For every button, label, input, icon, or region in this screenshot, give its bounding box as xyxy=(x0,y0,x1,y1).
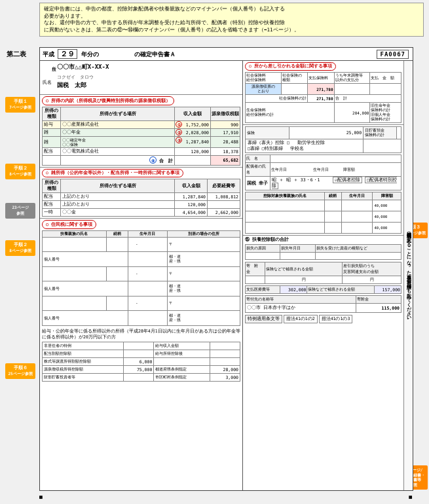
sidebar-page23: 23ページ参照 xyxy=(5,203,35,219)
sidebar-tejun2b: 手順２8ページ参照 xyxy=(5,240,35,256)
hoken-amount: 271,780 xyxy=(308,84,334,95)
cell-type: 雑 xyxy=(43,129,61,137)
resident-row: - 〒 xyxy=(43,267,240,281)
notice-line1: 確定申告書には、申告の都度、控除対象配偶者や扶養親族などのマイナンバー（個人番号… xyxy=(44,6,285,12)
cell-withholding-total: 65,682 xyxy=(211,156,240,166)
notice-line2: 必要があります。 xyxy=(44,13,86,19)
cell-amount: ③ 1,287,840 xyxy=(175,137,211,148)
refund-table: 損失の原因 損失年月日 損失を受けた資産の種類など xyxy=(245,244,401,260)
seimei-hoken: 204,000 xyxy=(334,103,370,123)
table-row: 雑 〇〇確定年金〇〇保険 ③ 1,287,840 28,488 xyxy=(43,137,240,148)
cell-source: 〇〇確定年金〇〇保険 xyxy=(61,137,175,148)
cell-source: 〇〇産業株式会社 xyxy=(61,121,175,129)
cell-source: 〇〇電気株式会社 xyxy=(61,148,175,156)
resident-section-title: ○ 住民税に関する事項 xyxy=(42,220,96,229)
table-row: 財形貯蓄投資者等 市区町村条例指定 3,000 xyxy=(43,374,240,382)
sidebar-tejun1: 手順１7ページ参照 xyxy=(5,97,35,113)
table-row xyxy=(246,253,401,260)
cell-withholding: 28,488 xyxy=(211,137,240,148)
table-row: ⑧ 合 計 65,682 xyxy=(43,156,240,166)
cell-type: 配当 xyxy=(43,148,61,156)
misc-table: 所得の種類 所得が生ずる場所 収入金額 必要経費等 配当 上記のとおり 1,28… xyxy=(42,179,240,217)
cell-withholding: 17,910 xyxy=(211,129,240,137)
resident-row: - 〒 xyxy=(43,297,240,311)
bottom-square-left: ■ xyxy=(39,494,43,500)
table-row: 源泉徴収票の とおり 271,780 xyxy=(246,84,401,95)
income-section-title: ○ 所得の内訳（所得税及び復興特別所得税の源泉徴収税額） xyxy=(42,96,174,105)
cell-amount-total xyxy=(175,156,211,166)
form-heisei: 平成 ２９ 年分の の確定申告書Ａ xyxy=(43,49,176,59)
resident-row: 個人番号 都・道府・県 xyxy=(43,281,240,297)
resident-special: 給与・公的年金等に係る所得以外の所得（平成28年4月1日以内に生年月日がある方は… xyxy=(42,329,240,382)
cell-type xyxy=(43,156,61,166)
donation-table: 寄 附 金 保険などで補填される金額 差引損失額のうち災害関連支出の金額 円 xyxy=(245,262,401,284)
cell-total-label: ⑧ 合 計 xyxy=(61,156,175,166)
vertical-strip-text: 第二表（平成二十九年分用）第二表に記入することになった事項を第一表の該当欄にも記… xyxy=(405,230,411,322)
cell-amount: 120,000 xyxy=(175,148,211,156)
cell-amount: ① 1,752,000 xyxy=(175,121,211,129)
table-row: 配当 上記のとおり 1,287,840 1,008,812 xyxy=(43,193,240,201)
table-row: 支払医療費等 302,000 保険などで補填される金額 157,000 xyxy=(246,286,401,294)
cell-type: 給与 xyxy=(43,121,61,129)
table-row: 配当 上記のとおり 120,000 xyxy=(43,201,240,209)
table-row: 40,000 xyxy=(246,200,401,211)
income-table: 所得の種類 所得が生ずる場所 収入金額 源泉徴収税額 給与 〇〇産業株式会社 xyxy=(42,107,240,166)
kifu-amount: 115,000 xyxy=(356,304,401,313)
special-provision-row: 特例適用条文等 措法41の1の2 措法41の1の3 xyxy=(245,315,401,323)
notice-line3: なお、還付申告の方で、申告する所得が年末調整を受けた給与所得で、配偶者（特別）控… xyxy=(44,20,285,26)
table-row: 配当割額控除額 給与所得控除後 xyxy=(43,350,240,358)
resident-table: 扶養親族の氏名 続柄 生年月日 別居の場合の住所 - xyxy=(42,230,240,326)
dependents-table: 控除対象扶養親族の氏名 続柄 生年月日 障害額 xyxy=(245,192,401,234)
main-form: 平成 ２９ 年分の の確定申告書Ａ FA0067 住所 〇〇市△△町X-XX-X xyxy=(39,47,413,491)
address-furigana: コクゼイ タロウ xyxy=(57,75,94,81)
table-row: 配偶者の氏名 生年月日 生年月日 障害額 xyxy=(246,163,401,177)
resident-bottom-table: 非居住者の特例 給与収入金額 配当割額控除額 給与所得控除後 xyxy=(42,342,240,382)
table-row: 円 円 xyxy=(246,276,401,284)
cell-withholding: 900 xyxy=(211,121,240,129)
col-withholding: 源泉徴収税額 xyxy=(211,107,240,121)
kifu-table: 寄付先の名称等 寄附金 〇〇市 日本赤十字はか 115,000 xyxy=(245,295,401,313)
difference-table: 社会保険料給付保険料 社会保険の種類 支払保険料 うち年末調整等以外の支払分 支… xyxy=(245,72,401,123)
difference-title: ○ 所から差し引かれる金額に関する事項 xyxy=(245,62,336,71)
table-row: 給与 〇〇産業株式会社 ① 1,752,000 900 xyxy=(43,121,240,129)
notice-line4: に異動がないときは、第二表の⑫〜⑭欄のマイナンバー（個人番号）の記入を省略できま… xyxy=(44,27,299,33)
col-source: 所得が生ずる場所 xyxy=(61,107,175,121)
table-row: 株式等譲渡所得割額控除額 6,000 xyxy=(43,358,240,366)
tekiyo1: 措法41の1の2 xyxy=(284,315,318,323)
cell-type: 雑 xyxy=(43,137,61,148)
table-row: 40,000 xyxy=(246,223,401,234)
shimei-label: 氏名 xyxy=(43,79,57,86)
refund-section-label: ⑮ 扶養控除額の合計 xyxy=(245,237,401,243)
table-row: 40,000 xyxy=(246,211,401,223)
table-row: 非居住者の特例 給与収入金額 xyxy=(43,342,240,350)
table-row: 保険 25,000 日貯蓄預金保険料の計 xyxy=(246,127,401,139)
table-row: 源泉徴収税所得控除額 75,000 都道府県条例指定 28,000 xyxy=(43,366,240,374)
spouse-table: 氏 名 配偶者の氏名 生年月日 生年月日 障害額 xyxy=(245,154,401,190)
resident-row: - 〒 xyxy=(43,238,240,252)
cell-source: 〇〇年金 xyxy=(61,129,175,137)
sidebar-tejun6: 手順６25ページ参照 xyxy=(5,363,35,379)
bottom-square-right: ■ xyxy=(409,494,412,500)
table-row: 雑 〇〇年金 ② 2,028,000 17,910 xyxy=(43,129,240,137)
form-id: FA0067 xyxy=(377,50,409,59)
address-value: 〇〇市△△町X-XX-X xyxy=(57,63,240,71)
kanpu-table: 支払医療費等 302,000 保険などで補填される金額 157,000 xyxy=(245,285,401,294)
table-row: 寄付先の名称等 寄附金 xyxy=(246,296,401,304)
resident-row: 個人番号 都・道府・県 xyxy=(43,252,240,267)
misc-section-title: ○ 雑所得（公的年金等以外）・配当所得・一時所得に関する事項 xyxy=(42,169,183,177)
table-row: 損失の原因 損失年月日 損失を受けた資産の種類など xyxy=(246,245,401,253)
table-row: 〇〇市 日本赤十字はか 115,000 xyxy=(246,304,401,313)
notice-box: 確定申告書には、申告の都度、控除対象配偶者や扶養親族などのマイナンバー（個人番号… xyxy=(39,3,424,37)
table-row: 寡婦（寡夫）控除 □ 勤労学生控除□寡婦 □特別寡婦 学校名 xyxy=(246,139,401,153)
table-row: 国税 幸子 昭 ＋ 昭 ＋ 33・6・1 ☑配偶者控除 □配偶者特別控除 xyxy=(246,177,401,190)
sidebar-tejun2a: 手順２8ページ参照 xyxy=(5,164,35,179)
col-amount: 収入金額 xyxy=(175,107,211,121)
table-row: 配当 〇〇電気株式会社 120,000 18,378 xyxy=(43,148,240,156)
tekiyo2: 措法41の1の3 xyxy=(319,315,353,323)
kanpu-amount: 302,000 xyxy=(280,286,307,294)
kifu-name: 〇〇市 日本赤十字はか xyxy=(246,304,356,313)
dai-ni-hyo-label: 第二表 xyxy=(7,50,26,59)
table-row: 寄 附 金 保険などで補填される金額 差引損失額のうち災害関連支出の金額 xyxy=(246,262,401,276)
cell-amount: ② 2,028,000 xyxy=(175,129,211,137)
table-row: 社会保険料給付保険料 社会保険の種類 支払保険料 うち年末調整等以外の支払分 支… xyxy=(246,73,401,84)
